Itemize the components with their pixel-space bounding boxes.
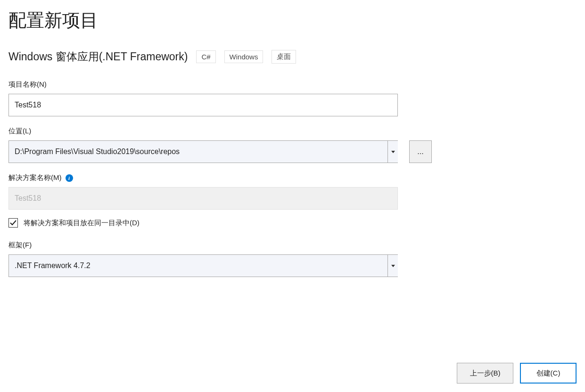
template-info-row: Windows 窗体应用(.NET Framework) C# Windows …	[8, 49, 577, 64]
location-combo	[8, 140, 398, 163]
checkmark-icon	[10, 220, 16, 226]
chevron-down-icon	[391, 265, 395, 267]
location-input[interactable]	[8, 140, 398, 163]
template-tag-type: 桌面	[272, 50, 296, 64]
framework-combo	[8, 254, 398, 277]
chevron-down-icon	[391, 151, 395, 153]
framework-dropdown-button[interactable]	[387, 255, 398, 277]
solution-name-label-text: 解决方案名称(M)	[8, 173, 62, 182]
project-name-group: 项目名称(N)	[8, 80, 577, 116]
location-dropdown-button[interactable]	[387, 141, 398, 163]
back-button[interactable]: 上一步(B)	[457, 363, 513, 384]
same-directory-checkbox[interactable]	[8, 218, 18, 228]
template-tag-language: C#	[196, 50, 215, 63]
location-group: 位置(L) ...	[8, 127, 577, 163]
template-name: Windows 窗体应用(.NET Framework)	[8, 49, 188, 64]
create-button[interactable]: 创建(C)	[520, 363, 577, 384]
template-tag-platform: Windows	[224, 50, 264, 63]
framework-group: 框架(F)	[8, 241, 577, 277]
solution-name-group: 解决方案名称(M) i 将解决方案和项目放在同一目录中(D)	[8, 173, 577, 228]
page-title: 配置新项目	[8, 8, 577, 33]
info-icon[interactable]: i	[66, 174, 73, 182]
action-button-row: 上一步(B) 创建(C)	[457, 363, 577, 384]
project-name-label: 项目名称(N)	[8, 80, 577, 89]
same-directory-label: 将解决方案和项目放在同一目录中(D)	[24, 219, 140, 228]
same-directory-row: 将解决方案和项目放在同一目录中(D)	[8, 218, 577, 228]
solution-name-label: 解决方案名称(M) i	[8, 173, 577, 182]
framework-label: 框架(F)	[8, 241, 577, 250]
location-label: 位置(L)	[8, 127, 577, 136]
project-name-input[interactable]	[8, 94, 398, 116]
browse-location-button[interactable]: ...	[409, 140, 432, 163]
solution-name-input	[8, 187, 398, 210]
framework-input[interactable]	[8, 254, 398, 277]
